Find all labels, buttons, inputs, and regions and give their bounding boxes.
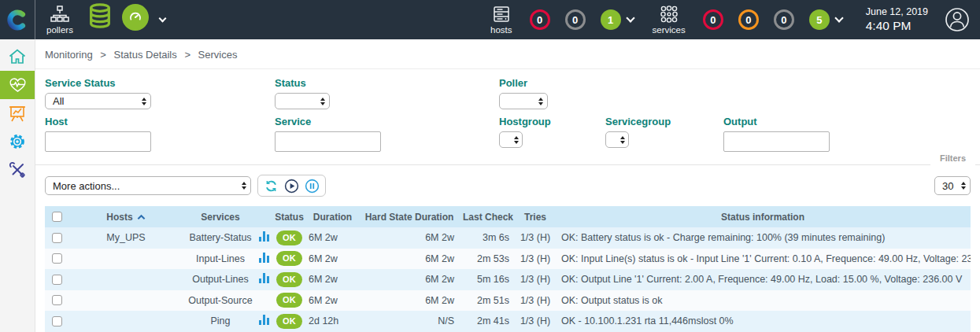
service-status-select[interactable]: All xyxy=(45,93,151,109)
last-check: 5m 16s xyxy=(460,274,516,285)
service-name[interactable]: Ping xyxy=(185,315,256,326)
sidebar-item-reporting[interactable] xyxy=(0,99,35,127)
disable-checks-button[interactable] xyxy=(305,179,320,194)
column-header-tries[interactable]: Tries xyxy=(516,212,555,223)
column-header-services[interactable]: Services xyxy=(185,212,256,223)
sidebar-item-home[interactable] xyxy=(0,42,35,71)
pollers-label: pollers xyxy=(46,25,73,35)
output-input[interactable] xyxy=(723,131,830,152)
more-actions-select[interactable]: More actions... xyxy=(45,176,251,195)
column-header-hosts[interactable]: Hosts xyxy=(67,212,185,223)
column-header-status[interactable]: Status xyxy=(272,212,307,223)
toolbar: More actions... xyxy=(35,165,980,205)
breadcrumb: Monitoring > Status Details > Services xyxy=(35,39,980,69)
user-icon xyxy=(944,6,971,33)
hosts-counter-gray[interactable]: 0 xyxy=(565,9,586,30)
status-cell: OK xyxy=(272,314,307,329)
host-input[interactable] xyxy=(45,131,151,152)
filters-panel-toggle[interactable]: Filters xyxy=(930,151,975,165)
service-name[interactable]: Input-Lines xyxy=(185,253,256,264)
table-body: My_UPSBattery-StatusOK6M 2w6M 2w3m 6s1/3… xyxy=(45,227,971,332)
select-arrows-icon xyxy=(514,136,519,144)
hosts-counter-red[interactable]: 0 xyxy=(530,9,550,30)
sidebar-item-monitoring[interactable] xyxy=(0,71,35,99)
row-checkbox-cell xyxy=(45,253,67,264)
services-menu[interactable]: services xyxy=(653,5,686,35)
service-graph-icon[interactable] xyxy=(259,315,269,325)
column-header-hard-state-duration[interactable]: Hard State Duration xyxy=(358,212,460,223)
host-name[interactable]: My_UPS xyxy=(67,232,185,243)
service-graph-icon[interactable] xyxy=(259,231,269,242)
pause-icon xyxy=(305,179,320,194)
poller-chevron-down-icon[interactable] xyxy=(158,14,166,22)
poller-label: Poller xyxy=(499,77,527,89)
services-counter-orange[interactable]: 0 xyxy=(738,9,759,30)
row-checkbox-cell xyxy=(45,316,67,326)
breadcrumb-services[interactable]: Services xyxy=(198,49,238,61)
status-information: OK - 10.100.1.231 rta 11,446mslost 0% xyxy=(555,315,971,326)
servicegroup-select[interactable] xyxy=(605,131,629,148)
hosts-counters: 001 xyxy=(530,9,621,30)
service-name[interactable]: Battery-Status xyxy=(185,232,256,243)
pollers-icon xyxy=(50,5,70,24)
enable-checks-button[interactable] xyxy=(284,179,299,194)
column-header-status-information[interactable]: Status information xyxy=(555,212,971,223)
sort-ascending-icon xyxy=(137,214,146,220)
services-counter-red[interactable]: 0 xyxy=(703,9,723,30)
latency-gauge-icon[interactable] xyxy=(122,4,149,31)
row-checkbox[interactable] xyxy=(52,233,62,243)
service-graph-icon[interactable] xyxy=(259,253,269,263)
column-header-last-check[interactable]: Last Check xyxy=(460,212,516,223)
services-counter-gray[interactable]: 0 xyxy=(774,9,794,30)
status-cell: OK xyxy=(272,251,307,266)
column-header-duration[interactable]: Duration xyxy=(307,212,358,223)
refresh-button[interactable] xyxy=(264,179,279,194)
row-checkbox-cell xyxy=(45,275,67,285)
row-checkbox-cell xyxy=(45,233,67,243)
service-graph-icon[interactable] xyxy=(259,273,269,283)
status-select[interactable] xyxy=(275,93,330,109)
database-status-icon[interactable] xyxy=(86,2,114,32)
breadcrumb-status-details[interactable]: Status Details xyxy=(114,49,177,61)
row-checkbox[interactable] xyxy=(52,316,62,326)
pollers-menu[interactable]: pollers xyxy=(46,5,73,35)
host-label: Host xyxy=(45,116,68,127)
graph-cell xyxy=(256,231,272,244)
duration: 6M 2w xyxy=(307,232,358,243)
services-label: services xyxy=(653,25,686,35)
hosts-chevron-down-icon[interactable] xyxy=(626,13,634,22)
services-chevron-down-icon[interactable] xyxy=(834,13,843,22)
status-badge: OK xyxy=(276,251,302,266)
current-date: June 12, 2019 xyxy=(866,6,928,19)
hard-state-duration: 6M 2w xyxy=(358,274,460,285)
sidebar-item-configuration[interactable] xyxy=(0,127,35,156)
select-arrows-icon xyxy=(242,182,246,190)
row-checkbox[interactable] xyxy=(52,275,62,285)
centreon-logo[interactable] xyxy=(0,0,35,39)
status-information: OK: Input Line(s) status is ok - Input L… xyxy=(555,253,971,264)
row-checkbox[interactable] xyxy=(52,295,62,305)
hosts-menu[interactable]: hosts xyxy=(490,5,512,35)
table-row: Output-LinesOK6M 2w6M 2w5m 16s1/3 (H)OK:… xyxy=(45,269,971,290)
select-all-checkbox[interactable] xyxy=(52,212,62,222)
sidebar-item-administration[interactable] xyxy=(0,156,35,184)
row-checkbox[interactable] xyxy=(52,253,62,264)
service-name[interactable]: Output-Lines xyxy=(185,274,256,285)
hostgroup-select[interactable] xyxy=(499,131,523,148)
duration: 6M 2w xyxy=(307,274,358,285)
poller-select[interactable] xyxy=(499,93,548,109)
status-badge: OK xyxy=(276,231,302,245)
services-counter-green-filled[interactable]: 5 xyxy=(809,9,830,30)
hosts-counter-green-filled[interactable]: 1 xyxy=(601,9,621,30)
user-profile-button[interactable] xyxy=(944,6,971,33)
breadcrumb-monitoring[interactable]: Monitoring xyxy=(45,49,93,61)
topbar: pollers hosts 001 services 0005 xyxy=(0,0,980,39)
service-input[interactable] xyxy=(275,131,381,152)
graph-cell xyxy=(256,273,272,286)
hosts-label: hosts xyxy=(490,25,512,35)
hard-state-duration: 6M 2w xyxy=(358,232,460,243)
per-page-select[interactable]: 30 xyxy=(934,176,971,195)
status-information: OK: Output status is ok xyxy=(555,295,971,306)
status-cell: OK xyxy=(272,231,307,245)
service-name[interactable]: Output-Source xyxy=(185,295,256,306)
